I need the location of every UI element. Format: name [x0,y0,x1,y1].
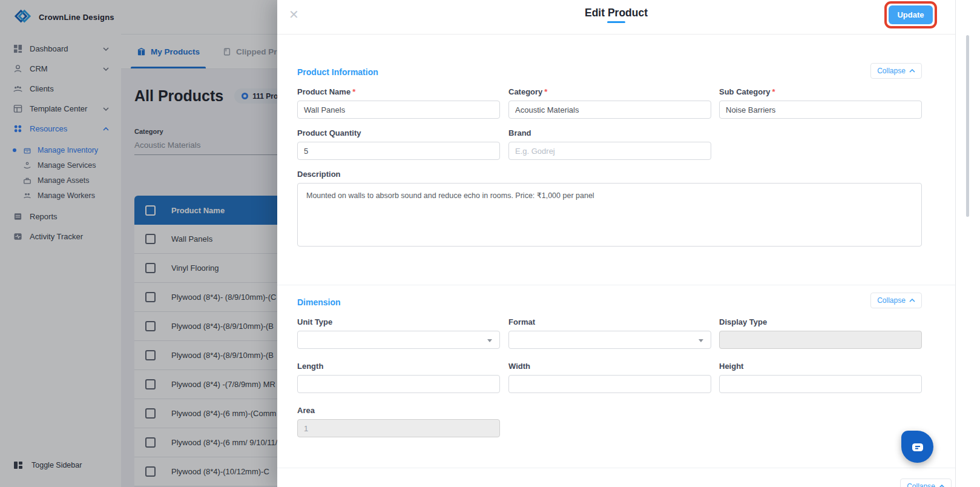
chevron-up-icon [909,69,915,73]
field-area: Area [297,406,500,437]
modal-title-wrap: Edit Product [277,7,955,23]
field-width: Width [508,362,711,393]
title-underline [607,21,625,23]
height-input[interactable] [719,375,922,393]
field-sub-category: Sub Category* [719,87,922,119]
collapse-button-dimension[interactable]: Collapse [870,293,922,308]
section-heading-product-information: Product Information [297,67,378,77]
chat-icon [910,440,925,454]
update-button[interactable]: Update [889,5,933,24]
annotation-highlight-ring: Update [884,1,937,28]
section-divider [277,285,955,285]
edit-product-modal: ✕ Edit Product Update Product Informatio… [277,0,980,487]
display-type-input [719,331,922,349]
brand-input[interactable] [508,142,711,160]
dropdown-arrow-icon [487,339,492,342]
field-product-quantity: Product Quantity [297,128,500,160]
section-heading-dimension: Dimension [297,297,341,307]
field-display-type: Display Type [719,317,922,349]
required-mark: * [772,87,775,96]
modal-title: Edit Product [585,7,648,19]
collapse-button-product-information[interactable]: Collapse [870,63,922,79]
product-quantity-input[interactable] [297,142,500,160]
collapse-button-partial[interactable]: Collapse [900,479,952,487]
field-category: Category* [508,87,711,119]
field-height: Height [719,362,922,393]
chevron-up-icon [909,299,915,302]
chat-widget-button[interactable] [901,431,933,463]
field-description: Description Mounted on walls to absorb s… [297,170,922,247]
length-input[interactable] [297,375,500,393]
modal-scrollbar[interactable] [955,0,980,487]
sub-category-input[interactable] [719,101,922,119]
field-product-name: Product Name* [297,87,500,119]
description-textarea[interactable]: Mounted on walls to absorb sound and red… [297,183,922,247]
modal-body: Product Information Collapse Product Nam… [277,35,955,487]
field-brand: Brand [508,128,711,160]
category-input[interactable] [508,101,711,119]
field-format: Format [508,317,711,349]
dropdown-arrow-icon [699,339,703,342]
field-unit-type: Unit Type [297,317,500,349]
chevron-up-icon [939,485,945,487]
modal-header: ✕ Edit Product Update [277,0,955,35]
required-mark: * [352,87,355,96]
format-select[interactable] [508,331,711,349]
unit-type-select[interactable] [297,331,500,349]
scrollbar-thumb[interactable] [966,35,969,217]
required-mark: * [544,87,547,96]
width-input[interactable] [508,375,711,393]
product-name-input[interactable] [297,101,500,119]
area-input [297,419,500,437]
field-length: Length [297,362,500,393]
section-divider [277,468,955,468]
